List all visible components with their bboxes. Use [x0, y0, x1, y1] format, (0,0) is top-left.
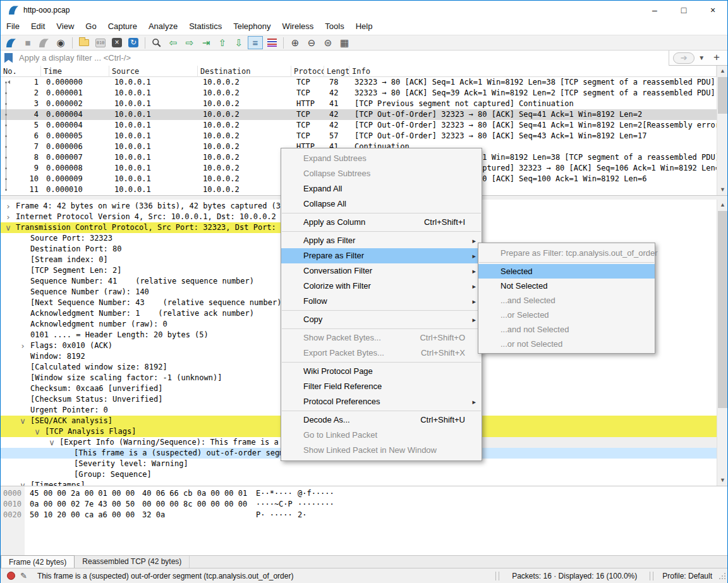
menu-item-apply-as-filter[interactable]: Apply as Filter▸ — [281, 233, 482, 248]
column-header-time[interactable]: Time — [41, 66, 109, 77]
column-header-source[interactable]: Source — [109, 66, 198, 77]
open-file-icon[interactable] — [76, 36, 92, 49]
menu-item-filter-field-reference[interactable]: Filter Field Reference — [281, 379, 482, 394]
expert-info-icon[interactable] — [7, 572, 15, 580]
collapsed-chevron-icon[interactable]: › — [4, 201, 12, 212]
go-last-packet-icon[interactable]: ⇩ — [231, 36, 246, 49]
expanded-chevron-icon[interactable]: ∨ — [33, 426, 41, 437]
expanded-chevron-icon[interactable]: ∨ — [48, 437, 56, 448]
byte-tab-reassembled[interactable]: Reassembled TCP (42 bytes) — [75, 556, 190, 568]
menu-item-decode-as[interactable]: Decode As...Ctrl+Shift+U — [281, 412, 482, 428]
display-filter-field[interactable] — [1, 51, 669, 66]
menu-item-follow[interactable]: Follow▸ — [281, 294, 482, 309]
display-filter-input[interactable] — [18, 52, 669, 63]
packet-row-3[interactable]: 30.00000210.0.0.110.0.0.2HTTP41[TCP Prev… — [1, 99, 718, 109]
filter-apply-arrow-icon[interactable]: ➔ — [673, 52, 695, 64]
menu-telephony[interactable]: Telephony — [228, 20, 276, 33]
packet-list-scrollbar[interactable]: ▲ ▼ — [717, 66, 727, 195]
go-back-icon[interactable]: ⇦ — [166, 36, 181, 49]
zoom-in-icon[interactable]: ⊕ — [288, 36, 303, 49]
expanded-chevron-icon[interactable]: ∨ — [19, 416, 27, 426]
detail-line[interactable]: ∨[Timestamps] — [1, 480, 718, 486]
menu-capture[interactable]: Capture — [102, 20, 143, 33]
filter-add-button[interactable]: + — [708, 51, 724, 65]
resize-grip[interactable] — [719, 572, 726, 580]
auto-scroll-icon[interactable]: ≡ — [248, 36, 263, 49]
capture-comment-icon[interactable]: ✎ — [20, 571, 27, 580]
menu-item-conversation-filter[interactable]: Conversation Filter▸ — [281, 263, 482, 279]
detail-scrollbar[interactable]: ▲ ▼ — [717, 200, 727, 486]
column-header-length[interactable]: Length — [324, 66, 349, 77]
maximize-button[interactable]: □ — [669, 1, 698, 20]
collapsed-chevron-icon[interactable]: › — [4, 212, 12, 222]
packet-row-2[interactable]: 20.00000110.0.0.110.0.0.2TCP4232323 → 80… — [1, 88, 718, 99]
start-capture-icon[interactable] — [4, 36, 19, 49]
detail-text: [Severity level: Warning] — [74, 459, 188, 468]
menu-item-prepare-as-filter[interactable]: Prepare as Filter▸ — [281, 248, 482, 263]
ascii-bytes: ····~C·P — [256, 499, 293, 510]
reload-icon[interactable]: ↻ — [126, 36, 141, 49]
packet-list-header[interactable]: No.TimeSourceDestinationProtocolLengthIn… — [1, 66, 717, 77]
column-header-protocol[interactable]: Protocol — [291, 66, 324, 77]
column-header-info[interactable]: Info — [349, 66, 717, 77]
menu-file[interactable]: File — [1, 20, 25, 33]
scrollbar-thumb[interactable] — [718, 77, 727, 114]
menu-item-copy[interactable]: Copy▸ — [281, 312, 482, 327]
menu-statistics[interactable]: Statistics — [183, 20, 228, 33]
scroll-down-icon[interactable]: ▼ — [717, 475, 728, 486]
filter-bookmark-icon[interactable] — [4, 53, 13, 63]
hex-row[interactable]: 002050 10 20 00 ca a6 00 0032 0aP· ·····… — [1, 510, 727, 520]
packet-row-6[interactable]: 60.00000510.0.0.110.0.0.2TCP57[TCP Out-O… — [1, 131, 718, 141]
close-file-icon[interactable]: × — [109, 36, 124, 49]
menu-item-wiki-protocol-page[interactable]: Wiki Protocol Page — [281, 364, 482, 379]
menu-go[interactable]: Go — [80, 20, 102, 33]
restart-capture-icon[interactable] — [37, 36, 52, 49]
expanded-chevron-icon[interactable]: ∨ — [19, 480, 27, 486]
zoom-original-icon[interactable]: ⊜ — [320, 36, 336, 49]
save-file-icon[interactable]: 010 — [93, 36, 108, 49]
filter-dropdown-icon[interactable]: ▼ — [695, 54, 708, 61]
menu-wireless[interactable]: Wireless — [276, 20, 319, 33]
minimize-button[interactable]: – — [640, 1, 669, 20]
profile-selector[interactable]: Profile: Default — [655, 572, 719, 580]
scroll-down-icon[interactable]: ▼ — [717, 184, 728, 195]
packet-bytes-pane[interactable]: 000045 00 00 2a 00 01 00 0040 06 66 cb 0… — [1, 486, 727, 555]
column-header-destination[interactable]: Destination — [198, 66, 291, 77]
hex-row[interactable]: 000045 00 00 2a 00 01 00 0040 06 66 cb 0… — [1, 488, 727, 499]
packet-row-4[interactable]: 40.00000410.0.0.110.0.0.2TCP42[TCP Out-O… — [1, 109, 718, 120]
go-to-packet-icon[interactable]: ⇥ — [198, 36, 214, 49]
menu-item-colorize-with-filter[interactable]: Colorize with Filter▸ — [281, 279, 482, 294]
menu-item-expand-all[interactable]: Expand All — [281, 181, 482, 196]
stop-capture-icon[interactable]: ■ — [20, 36, 35, 49]
colorize-icon[interactable] — [264, 36, 279, 49]
find-packet-icon[interactable] — [149, 36, 164, 49]
menu-item-collapse-all[interactable]: Collapse All — [281, 196, 482, 212]
scroll-up-icon[interactable]: ▲ — [717, 66, 728, 76]
submenu-item-selected[interactable]: Selected — [478, 264, 655, 279]
close-button[interactable]: × — [698, 1, 727, 20]
packet-row-5[interactable]: 50.00000410.0.0.110.0.0.2TCP42[TCP Out-O… — [1, 120, 718, 131]
collapsed-chevron-icon[interactable]: › — [19, 340, 27, 351]
menu-edit[interactable]: Edit — [25, 20, 51, 33]
expanded-chevron-icon[interactable]: ∨ — [4, 222, 12, 233]
go-forward-icon[interactable]: ⇨ — [182, 36, 197, 49]
capture-options-icon[interactable]: ◉ — [53, 36, 68, 49]
scroll-up-icon[interactable]: ▲ — [717, 200, 728, 210]
hex-row[interactable]: 00100a 00 00 02 7e 43 00 5000 00 00 8c 0… — [1, 499, 727, 510]
menu-analyze[interactable]: Analyze — [143, 20, 183, 33]
packet-row-1[interactable]: 10.00000010.0.0.110.0.0.2TCP7832323 → 80… — [1, 77, 718, 88]
menu-item-apply-as-column[interactable]: Apply as ColumnCtrl+Shift+I — [281, 215, 482, 230]
go-first-packet-icon[interactable]: ⇧ — [215, 36, 230, 49]
menu-help[interactable]: Help — [350, 20, 379, 33]
scrollbar-thumb[interactable] — [718, 211, 727, 408]
submenu-arrow-icon: ▸ — [472, 294, 476, 309]
byte-tab-frame[interactable]: Frame (42 bytes) — [1, 555, 75, 568]
submenu-item-not-selected[interactable]: Not Selected — [478, 279, 655, 293]
zoom-out-icon[interactable]: ⊖ — [304, 36, 319, 49]
menu-tools[interactable]: Tools — [319, 20, 349, 33]
menu-view[interactable]: View — [51, 20, 80, 33]
column-header-no[interactable]: No. — [1, 66, 41, 77]
detail-line[interactable]: [Group: Sequence] — [1, 469, 718, 480]
resize-columns-icon[interactable]: ▦ — [337, 36, 352, 49]
menu-item-protocol-preferences[interactable]: Protocol Preferences▸ — [281, 394, 482, 409]
